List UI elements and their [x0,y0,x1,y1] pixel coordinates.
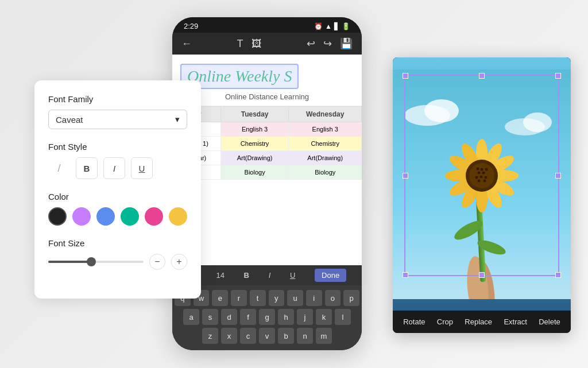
slider-thumb[interactable] [87,257,96,266]
key-s[interactable]: s [202,309,218,325]
back-button[interactable]: ← [181,38,192,50]
keyboard-row-3: z x c v b n m [175,328,359,344]
slider-fill [48,261,91,263]
kb-italic-button[interactable]: I [269,271,271,280]
table-cell: Biology [289,165,362,180]
crop-button[interactable]: Crop [437,317,453,326]
image-panel: Rotate Crop Replace Extract Delete [393,57,571,333]
font-family-label: Font Family [48,94,187,104]
kb-bold-button[interactable]: B [244,271,249,280]
handle-bottom-left[interactable] [403,272,408,278]
save-icon[interactable]: 💾 [340,37,353,50]
key-d[interactable]: d [221,309,237,325]
color-swatch-black[interactable] [48,207,67,226]
kb-size-button[interactable]: 14 [216,271,224,280]
table-cell: English 3 [220,122,289,137]
key-y[interactable]: y [269,290,285,306]
bold-style-button[interactable]: B [76,157,98,179]
key-g[interactable]: g [259,309,275,325]
table-cell: English 3 [289,122,362,137]
toolbar-right-icons: ↩ ↪ 💾 [307,37,353,50]
key-k[interactable]: k [316,309,332,325]
text-format-icon[interactable]: T [237,38,243,50]
key-i[interactable]: i [306,290,322,306]
font-size-slider-track[interactable] [48,261,144,263]
color-label: Color [48,192,187,202]
keyboard-row-2: a s d f g h j k l [175,309,359,325]
phone-status-bar: 2:29 ⏰ ▲ ▋ 🔋 [172,17,362,33]
selection-box [404,75,559,276]
table-cell: Art(Drawing) [289,151,362,165]
font-style-section: Font Style / B I U [48,142,187,179]
color-swatch-pink[interactable] [145,207,163,226]
key-c[interactable]: c [240,328,256,344]
table-cell: Art(Drawing) [220,151,289,165]
schedule-subtitle: Online Distance Learning [180,92,354,101]
phone-toolbar: ← T 🖼 ↩ ↪ 💾 [172,33,362,55]
font-family-section: Font Family Caveat ▾ [48,94,187,129]
table-cell: Chemistry [289,137,362,151]
schedule-title-text: Online Weekly S [187,67,292,85]
battery-icon: 🔋 [342,22,350,30]
col-tuesday: Tuesday [220,107,289,122]
color-swatch-green[interactable] [121,207,139,226]
slash-style-button[interactable]: / [48,157,70,179]
key-z[interactable]: z [202,328,218,344]
redo-icon[interactable]: ↪ [323,37,332,50]
key-p[interactable]: p [343,290,359,306]
key-e[interactable]: e [212,290,228,306]
handle-top-right[interactable] [555,73,561,79]
font-size-label: Font Size [48,238,187,248]
key-a[interactable]: a [183,309,199,325]
key-v[interactable]: v [259,328,275,344]
font-size-decrease-button[interactable]: − [149,254,165,270]
color-swatch-purple[interactable] [72,207,91,226]
handle-left-middle[interactable] [403,173,408,179]
key-f[interactable]: f [240,309,256,325]
font-family-dropdown[interactable]: Caveat ▾ [48,110,187,129]
keyboard-row-1: q w e r t y u i o p [175,290,359,306]
image-bottom-toolbar: Rotate Crop Replace Extract Delete [393,311,571,333]
key-j[interactable]: j [297,309,313,325]
toolbar-center-icons: T 🖼 [237,38,262,50]
status-icons: ⏰ ▲ ▋ 🔋 [314,22,350,30]
extract-button[interactable]: Extract [504,317,527,326]
font-family-value: Caveat [56,115,83,125]
phone-keyboard: q w e r t y u i o p a s d f g h j k l [172,285,362,350]
scene: Font Family Caveat ▾ Font Style / B I U … [0,0,588,368]
key-n[interactable]: n [297,328,313,344]
delete-button[interactable]: Delete [539,317,560,326]
key-r[interactable]: r [231,290,247,306]
kb-underline-button[interactable]: U [290,271,295,280]
replace-button[interactable]: Replace [465,317,492,326]
table-cell: Chemistry [220,137,289,151]
col-wednesday: Wednesday [289,107,362,122]
font-size-increase-button[interactable]: + [171,254,187,270]
italic-style-button[interactable]: I [103,157,125,179]
color-swatch-yellow[interactable] [169,207,187,226]
kb-done-button[interactable]: Done [315,269,346,282]
handle-top-left[interactable] [403,73,408,79]
rotate-button[interactable]: Rotate [403,317,425,326]
handle-bottom-right[interactable] [555,272,561,278]
image-area [393,57,571,311]
key-m[interactable]: m [316,328,332,344]
key-l[interactable]: l [335,309,351,325]
font-size-section: Font Size − + [48,238,187,270]
undo-icon[interactable]: ↩ [307,37,315,50]
handle-top-middle[interactable] [479,73,485,79]
key-b[interactable]: b [278,328,294,344]
handle-bottom-middle[interactable] [479,272,485,278]
key-h[interactable]: h [278,309,294,325]
font-style-label: Font Style [48,142,187,152]
wifi-icon: ▲ [325,22,332,30]
underline-style-button[interactable]: U [131,157,153,179]
image-icon[interactable]: 🖼 [252,38,262,50]
key-x[interactable]: x [221,328,237,344]
key-t[interactable]: t [250,290,266,306]
color-swatches [48,207,187,226]
key-u[interactable]: u [287,290,303,306]
handle-right-middle[interactable] [555,173,561,179]
key-o[interactable]: o [325,290,341,306]
color-swatch-blue[interactable] [96,207,115,226]
